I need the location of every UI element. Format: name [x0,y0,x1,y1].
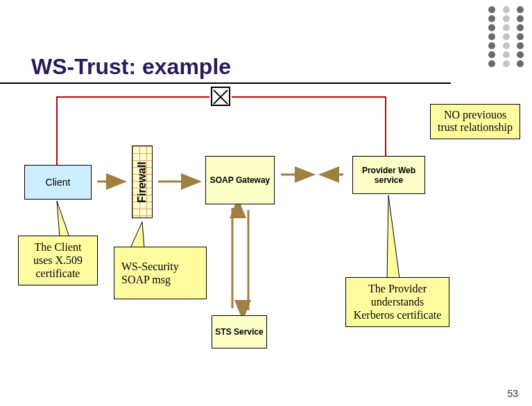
callout-no-trust: NO previouos trust relationship [430,104,520,139]
sts-box: STS Service [212,315,267,348]
provider-label: Provider Web service [356,166,422,185]
callout-client-cert: The Client uses X.509 certificate [18,236,98,285]
svg-marker-9 [130,222,144,248]
callout-provider-text: The Provider understands Kerberos certif… [354,283,442,321]
callout-no-trust-text: NO previouos trust relationship [438,109,513,133]
provider-box: Provider Web service [352,156,425,194]
title-underline [0,82,451,84]
client-label: Client [46,177,71,188]
svg-marker-10 [387,195,400,279]
callout-ws-security: WS-Security SOAP msg [114,247,207,299]
sts-label: STS Service [215,327,263,337]
callout-wssec-text: WS-Security SOAP msg [121,261,179,285]
callout-client-text: The Client uses X.509 certificate [33,241,83,279]
soap-gateway-label: SOAP Gateway [210,175,270,185]
svg-marker-8 [57,201,69,237]
firewall-label: Firewall [136,161,148,203]
page-number: 53 [507,388,518,399]
callout-provider-kerberos: The Provider understands Kerberos certif… [345,277,449,327]
client-box: Client [24,165,92,200]
corner-dots [486,4,525,69]
x-marker-icon [211,87,230,106]
slide-title: WS-Trust: example [31,54,231,80]
soap-gateway-box: SOAP Gateway [205,156,275,204]
firewall-box: Firewall [132,145,153,218]
